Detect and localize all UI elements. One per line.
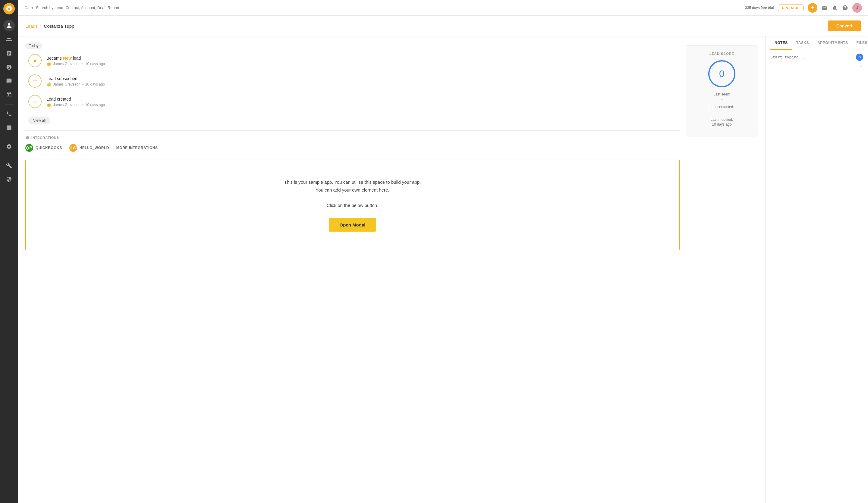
agent-name-3: James Greveson — [53, 103, 81, 107]
timeline-content-1: Became New lead 👑 James Greveson 10 days… — [46, 54, 105, 66]
sidebar-item-phone[interactable] — [3, 108, 15, 119]
more-integrations-label: MORE INTEGRATIONS — [116, 146, 158, 150]
add-button[interactable]: + — [808, 3, 817, 13]
last-seen-label: Last seen: — [692, 92, 752, 96]
sidebar-divider-2 — [4, 137, 13, 137]
score-value: 0 — [719, 69, 725, 80]
sample-app-line3: Click on the below button. — [327, 203, 379, 208]
sample-app-text: This is your sample app. You can utilise… — [38, 178, 667, 209]
meta-dot-3 — [82, 104, 83, 105]
timeline-item: ★ Became New lead 👑 James Greveson — [28, 54, 680, 67]
trial-text: 335 days free trial — [745, 6, 774, 10]
agent-name-1: James Greveson — [53, 62, 81, 66]
mail-icon[interactable] — [822, 5, 828, 11]
last-seen-stat: Last seen: -- — [692, 92, 752, 101]
left-inner: Today ★ Became New lead — [25, 42, 758, 250]
integrations-label: INTEGRATIONS — [31, 136, 59, 139]
timeline-meta-1: 👑 James Greveson 10 days ago — [46, 61, 105, 66]
sidebar-item-calendar[interactable] — [3, 89, 15, 101]
content-area: Leads › Costanza Tupp Convert Today — [18, 15, 868, 503]
tab-notes[interactable]: NOTES — [770, 36, 792, 50]
integration-tab-quickbooks[interactable]: QB QUICKBOOKS — [25, 144, 62, 155]
search-chevron-icon[interactable]: ▼ — [31, 6, 34, 10]
sample-app-box: This is your sample app. You can utilise… — [25, 160, 680, 250]
search-icon — [24, 6, 29, 10]
left-main: Today ★ Became New lead — [25, 42, 680, 250]
upgrade-button[interactable]: UPGRADE — [778, 4, 804, 11]
convert-button[interactable]: Convert — [828, 20, 861, 31]
last-seen-value: -- — [692, 97, 752, 101]
sidebar-item-user[interactable] — [3, 20, 15, 31]
agent-name-2: James Greveson — [53, 82, 81, 86]
time-2: 10 days ago — [85, 82, 105, 86]
tab-tasks[interactable]: TASKS — [792, 36, 813, 50]
helloworld-label: HELLO_WORLD — [80, 146, 109, 150]
quickbooks-label: QUICKBOOKS — [35, 146, 62, 150]
sidebar-item-settings[interactable] — [3, 141, 15, 153]
integrations-section: INTEGRATIONS QB QUICKBOOKS HW HELLO_WORL… — [25, 130, 680, 155]
meta-dot-2 — [82, 84, 83, 85]
breadcrumb-leads[interactable]: Leads — [25, 23, 38, 29]
app-logo[interactable] — [3, 3, 15, 14]
breadcrumb-chevron-icon: › — [40, 23, 42, 28]
right-panel: NOTES TASKS APPOINTMENTS FILES ↻ ✓ — [765, 36, 868, 503]
sidebar-item-deals[interactable] — [3, 61, 15, 73]
notes-input[interactable] — [770, 55, 863, 85]
avatar[interactable]: J — [852, 3, 862, 13]
search-area: ▼ — [24, 6, 745, 10]
sample-app-line1: This is your sample app. You can utilise… — [284, 179, 421, 185]
timeline-meta-2: 👑 James Greveson 10 days ago — [46, 82, 105, 86]
timeline-icon-3: ☆ — [28, 95, 42, 108]
last-contacted-stat: Last contacted: -- — [692, 105, 752, 114]
tab-files[interactable]: FILES — [852, 36, 868, 50]
view-all-button[interactable]: View all — [28, 117, 50, 124]
open-modal-button[interactable]: Open Modal — [329, 218, 376, 232]
sidebar-item-tools[interactable] — [3, 160, 15, 171]
sample-app-line2: You can add your own element here. — [316, 187, 389, 192]
help-icon[interactable] — [842, 5, 848, 11]
notes-area: ↻ ✓ — [765, 50, 868, 503]
new-label: New — [63, 56, 72, 61]
check-icon[interactable]: ✓ — [859, 63, 863, 69]
sidebar-item-contacts[interactable] — [3, 34, 15, 45]
timeline-title-3: Lead created — [46, 97, 105, 102]
helloworld-icon: HW — [69, 144, 77, 152]
right-tabs: NOTES TASKS APPOINTMENTS FILES — [765, 36, 868, 50]
gear-small-icon — [25, 136, 30, 140]
search-input[interactable] — [36, 6, 126, 10]
timeline-meta-3: 👑 James Greveson 10 days ago — [46, 102, 105, 107]
timeline-period: Today — [25, 42, 42, 49]
meta-dot-1 — [82, 63, 83, 64]
integration-tab-more[interactable]: MORE INTEGRATIONS — [116, 146, 158, 153]
star-icon-2: ☆ — [32, 78, 37, 84]
timeline-icon-1: ★ — [28, 54, 42, 67]
integrations-tabs: QB QUICKBOOKS HW HELLO_WORLD MORE INTEGR… — [25, 144, 680, 155]
last-contacted-value: -- — [692, 109, 752, 114]
timeline-title-1: Became New lead — [46, 56, 105, 61]
score-circle: 0 — [708, 60, 735, 87]
time-1: 10 days ago — [85, 62, 105, 66]
quickbooks-icon: QB — [25, 144, 33, 152]
breadcrumb-current: Costanza Tupp — [44, 23, 74, 29]
breadcrumb-bar: Leads › Costanza Tupp Convert — [18, 15, 868, 36]
sidebar-divider-3 — [4, 156, 13, 156]
navbar-right: 335 days free trial UPGRADE + J — [745, 3, 862, 13]
star-icon-3: ☆ — [32, 98, 37, 105]
timeline-title-2: Lead subscribed — [46, 76, 105, 81]
timeline-content-2: Lead subscribed 👑 James Greveson 10 days… — [46, 74, 105, 86]
time-3: 10 days ago — [85, 103, 105, 107]
timeline-icon-2: ☆ — [28, 74, 42, 88]
body-split: Today ★ Became New lead — [18, 36, 868, 503]
sidebar-item-reports[interactable] — [3, 48, 15, 59]
refresh-icon[interactable]: ↻ — [856, 54, 863, 61]
sidebar-item-analytics[interactable] — [3, 122, 15, 134]
timeline-item-2: ⋮⋮ ☆ Lead subscribed 👑 James Greveson — [28, 74, 680, 88]
sidebar-item-messages[interactable] — [3, 75, 15, 87]
last-modified-value: 10 days ago — [692, 122, 752, 126]
sidebar-item-shield[interactable] — [3, 174, 15, 185]
notification-icon[interactable] — [832, 5, 838, 11]
main-container: ▼ 335 days free trial UPGRADE + J Leads … — [18, 0, 868, 503]
tab-appointments[interactable]: APPOINTMENTS — [813, 36, 852, 50]
left-panel: Today ★ Became New lead — [18, 36, 765, 503]
integration-tab-helloworld[interactable]: HW HELLO_WORLD — [69, 144, 109, 155]
